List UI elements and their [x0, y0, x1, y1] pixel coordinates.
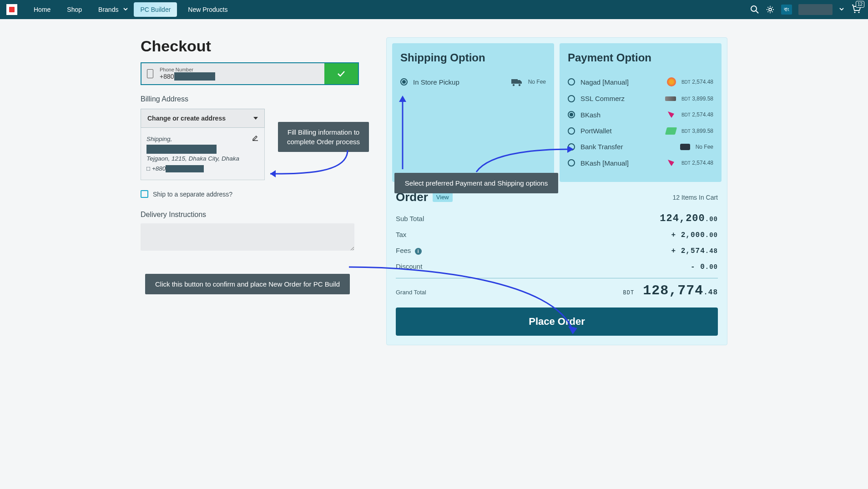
redacted-block — [166, 165, 204, 172]
view-order-button[interactable]: View — [433, 192, 453, 202]
radio[interactable] — [568, 127, 575, 135]
nav-pc-builder[interactable]: PC Builder — [134, 2, 177, 17]
redacted-block — [174, 72, 215, 81]
payment-fee: BDT 3,899.58 — [681, 96, 713, 102]
svg-point-8 — [518, 84, 520, 86]
cart-count-badge: 12 — [856, 1, 864, 8]
chevron-down-icon[interactable] — [839, 5, 844, 14]
radio[interactable] — [568, 159, 575, 166]
payment-fee: BDT 3,899.58 — [681, 128, 713, 134]
caret-down-icon — [253, 115, 258, 122]
redacted-block — [146, 145, 217, 154]
confirm-phone-button[interactable] — [324, 63, 358, 84]
fees-label: Fees i — [396, 247, 422, 255]
grand-total-value: BDT 128,774.48 — [623, 283, 718, 298]
radio[interactable] — [568, 78, 575, 86]
delivery-instructions-input[interactable] — [141, 223, 354, 251]
discount-label: Discount — [396, 262, 422, 270]
nav-new-products[interactable]: New Products — [182, 2, 233, 17]
discount-value: - 0.00 — [691, 261, 718, 272]
phone-label: Phone Number — [160, 67, 215, 72]
radio-label: Nagad [Manual] — [580, 78, 661, 86]
payment-option-portwallet[interactable]: PortWallet BDT 3,899.58 — [568, 123, 713, 139]
order-summary: Order View 12 Items In Cart Sub Total 12… — [387, 187, 727, 345]
svg-rect-6 — [511, 79, 518, 84]
grand-total-label: Grand Total — [396, 289, 426, 296]
shipping-option-pickup[interactable]: In Store Pickup No Fee — [400, 73, 546, 91]
phone-input[interactable]: Phone Number +880 — [141, 63, 324, 84]
subtotal-value: 124,200.00 — [660, 213, 718, 224]
svg-point-1 — [751, 6, 757, 11]
search-icon[interactable] — [750, 5, 759, 14]
radio-label: BKash [Manual] — [580, 159, 661, 167]
chevron-down-icon[interactable] — [123, 5, 128, 14]
nav-links: Home Shop Brands PC Builder New Products — [28, 2, 233, 17]
address-type: Shipping, — [146, 134, 259, 144]
payment-fee: BDT 2,574.48 — [681, 160, 713, 166]
radio-label: BKash — [580, 111, 661, 119]
radio[interactable] — [568, 143, 575, 151]
user-menu[interactable] — [798, 4, 833, 15]
items-in-cart: 12 Items In Cart — [672, 194, 718, 201]
bkash-icon — [667, 111, 676, 119]
phone-row: Phone Number +880 — [141, 62, 359, 85]
tax-label: Tax — [396, 231, 406, 238]
gear-icon[interactable] — [766, 5, 775, 14]
shipping-option-box: Shipping Option In Store Pickup No Fee — [392, 43, 554, 182]
payment-fee: BDT 2,574.48 — [681, 111, 713, 118]
billing-heading: Billing Address — [141, 95, 359, 103]
tooltip-options: Select preferred Payment and Shipping op… — [394, 173, 558, 193]
nav-shop[interactable]: Shop — [61, 2, 87, 17]
radio-label: In Store Pickup — [413, 78, 505, 86]
radio[interactable] — [568, 95, 575, 102]
delivery-instructions-label: Delivery Instructions — [141, 211, 359, 219]
sslcommerz-icon — [665, 96, 676, 101]
place-order-button[interactable]: Place Order — [396, 308, 718, 336]
ship-separate-checkbox[interactable] — [141, 190, 148, 198]
subtotal-label: Sub Total — [396, 215, 424, 222]
card-icon — [680, 144, 690, 150]
language-toggle[interactable]: বাং — [781, 5, 792, 15]
info-icon[interactable]: i — [415, 248, 422, 255]
payment-option-nagad[interactable]: Nagad [Manual] BDT 2,574.48 — [568, 73, 713, 91]
address-phone: □ +880 — [146, 164, 259, 174]
payment-option-ssl[interactable]: SSL Commerz BDT 3,899.58 — [568, 91, 713, 106]
address-select[interactable]: Change or create address — [141, 109, 265, 128]
svg-point-4 — [854, 11, 855, 13]
phone-icon — [147, 69, 153, 78]
payment-option-bkash-manual[interactable]: BKash [Manual] BDT 2,574.48 — [568, 155, 713, 171]
svg-line-2 — [756, 11, 758, 13]
truck-icon — [511, 77, 523, 86]
svg-point-5 — [858, 11, 859, 13]
fees-value: + 2,574.48 — [671, 245, 718, 256]
shipping-fee: No Fee — [528, 79, 546, 85]
radio[interactable] — [400, 78, 408, 86]
ship-separate-label: Ship to a separate address? — [153, 191, 232, 198]
radio-label: PortWallet — [580, 127, 661, 135]
svg-rect-0 — [9, 7, 15, 12]
page-title: Checkout — [141, 37, 359, 55]
radio[interactable] — [568, 111, 575, 118]
phone-value: +880 — [160, 72, 215, 81]
nav-home[interactable]: Home — [28, 2, 56, 17]
payment-option-bkash[interactable]: BKash BDT 2,574.48 — [568, 106, 713, 123]
edit-icon[interactable] — [252, 134, 259, 145]
shipping-heading: Shipping Option — [400, 51, 546, 64]
logo[interactable] — [6, 4, 17, 15]
address-card[interactable]: Shipping, Tejgaon, 1215, Dhaka City, Dha… — [141, 128, 264, 180]
portwallet-icon — [665, 127, 677, 135]
address-select-label: Change or create address — [147, 115, 226, 122]
radio-label: Bank Transfer — [580, 143, 675, 151]
payment-fee: BDT 2,574.48 — [681, 79, 713, 85]
nav-brands[interactable]: Brands — [93, 2, 120, 17]
navbar: Home Shop Brands PC Builder New Products… — [0, 0, 868, 19]
payment-heading: Payment Option — [568, 51, 713, 64]
cart-button[interactable]: 12 — [851, 4, 862, 15]
payment-option-bank[interactable]: Bank Transfer No Fee — [568, 139, 713, 155]
payment-fee: No Fee — [696, 144, 713, 150]
svg-point-3 — [769, 8, 772, 11]
payment-option-box: Payment Option Nagad [Manual] BDT 2,574.… — [560, 43, 722, 182]
address-line: Tejgaon, 1215, Dhaka City, Dhaka — [146, 154, 259, 164]
check-icon — [336, 69, 346, 79]
radio-label: SSL Commerz — [580, 95, 660, 102]
